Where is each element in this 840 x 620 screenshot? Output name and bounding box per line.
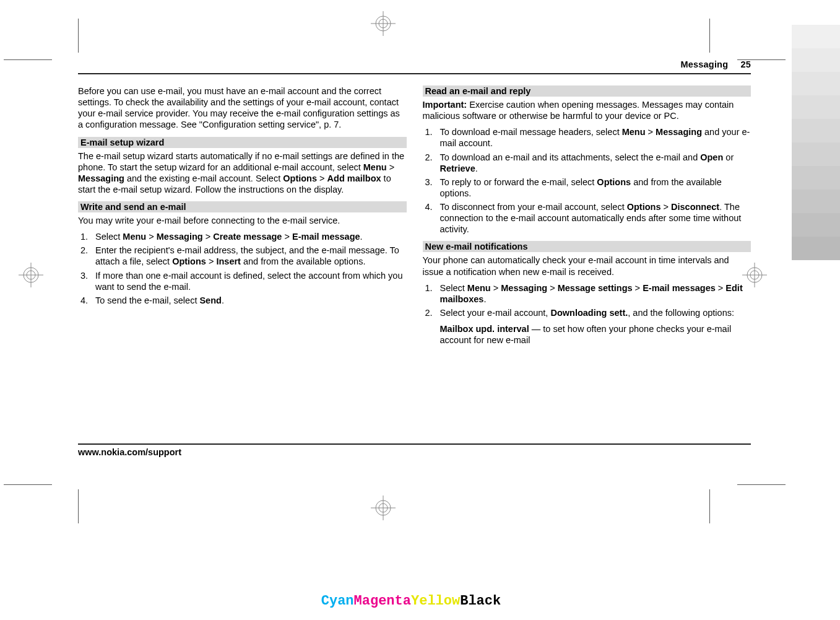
list-item: Enter the recipient's e-mail address, th… [90,245,407,267]
text: and from the available options. [241,256,366,266]
text: To reply to or forward the e-mail, selec… [440,177,597,187]
bold: Create message [213,232,282,242]
footer-text: www.nokia.com/support [78,447,181,457]
text: . [483,294,486,304]
bold: Disconnect [671,202,719,212]
list-item: Select Menu > Messaging > Message settin… [435,282,751,305]
text: > [387,162,395,172]
text: Select your e-mail account, [440,308,551,318]
text: To download e-mail message headers, sele… [440,127,622,137]
crop-mark [4,484,52,485]
text: , and the following options: [628,308,734,318]
bold: Downloading sett. [550,308,628,318]
page-content: Messaging 25 Before you can use e-mail, … [78,59,751,485]
bold: Add mailbox [327,173,381,183]
crop-mark [78,489,79,523]
text: Select [95,232,123,242]
bold: Insert [216,256,241,266]
bold: Messaging [157,232,203,242]
crop-mark [709,19,710,53]
text: > [282,232,292,242]
section-heading: Write and send an e-mail [78,201,407,212]
bold: Messaging [501,283,547,293]
text: > [317,173,327,183]
ordered-list: Select Menu > Messaging > Create message… [78,231,407,306]
list-item: To download an e-mail and its attachment… [435,152,751,174]
list-item: To download e-mail message headers, sele… [435,126,751,149]
tab [792,119,840,142]
bold: Menu [123,232,146,242]
text: > [633,283,643,293]
text: > [646,127,656,137]
ordered-list: Select Menu > Messaging > Message settin… [423,282,751,318]
list-item: If more than one e-mail account is defin… [90,270,407,292]
section-heading: New e-mail notifications [423,241,751,252]
bold: Options [172,256,206,266]
text: . [222,295,224,305]
magenta-label: Magenta [354,593,411,609]
intro-paragraph: Before you can use e-mail, you must have… [78,85,407,131]
list-item: To send the e-mail, select Send. [90,295,407,306]
bold: Messaging [78,173,124,183]
text: and the existing e-mail account. Select [124,173,283,183]
list-item: To reply to or forward the e-mail, selec… [435,177,751,199]
column-left: Before you can use e-mail, you must have… [78,85,407,346]
bold: Options [283,173,317,183]
running-head: Messaging 25 [78,59,751,69]
bold: Messaging [656,127,702,137]
cyan-label: Cyan [321,593,354,609]
option-item: Mailbox upd. interval — to set how often… [440,323,751,346]
side-tabs [792,25,840,260]
text: > [661,202,672,212]
paragraph: You may write your e-mail before connect… [78,215,407,226]
tab [792,25,840,48]
section-heading: E-mail setup wizard [78,137,407,148]
text: > [491,283,501,293]
paragraph: The e-mail setup wizard starts automatic… [78,151,407,196]
list-item: To disconnect from your e-mail account, … [435,201,751,235]
text: > [716,283,726,293]
header-rule [78,73,751,74]
section-heading: Read an e-mail and reply [423,85,751,97]
bold: Retrieve [440,164,475,173]
list-item: Select Menu > Messaging > Create message… [90,231,407,242]
bold: Message settings [558,283,633,293]
text: To download an e-mail and its attachment… [440,152,701,162]
bold: E-mail messages [643,283,716,293]
text: or [723,152,734,162]
crop-mark [78,19,79,53]
ordered-list: To download e-mail message headers, sele… [423,126,751,235]
tab [792,190,840,213]
bold: Mailbox upd. interval [440,324,529,334]
text: > [146,232,157,242]
text: > [547,283,558,293]
bold: Options [597,177,631,187]
footer-rule [78,443,751,445]
text: To disconnect from your e-mail account, … [440,202,627,212]
tab [792,237,840,260]
tab [792,95,840,119]
bold: Important: [423,100,467,110]
text: Exercise caution when opening messages. … [423,100,734,121]
bold: Open [700,152,723,162]
bold: Menu [467,283,491,293]
black-label: Black [460,593,501,609]
tab [792,48,840,72]
page-number: 25 [740,59,751,69]
text: > [206,256,217,266]
tab [792,72,840,95]
registration-mark-icon [371,496,396,522]
list-item: Select your e-mail account, Downloading … [435,307,751,318]
tab [792,166,840,190]
text: To send the e-mail, select [95,295,199,305]
paragraph: Important: Exercise caution when opening… [423,99,751,121]
paragraph: Your phone can automatically check your … [423,255,751,277]
text: The e-mail setup wizard starts automatic… [78,151,404,172]
bold: Send [199,295,221,305]
text: > [203,232,214,242]
registration-mark-icon [371,11,396,38]
section-name: Messaging [680,59,728,69]
tab [792,213,840,237]
text: Select [440,283,467,293]
crop-mark [4,59,52,60]
